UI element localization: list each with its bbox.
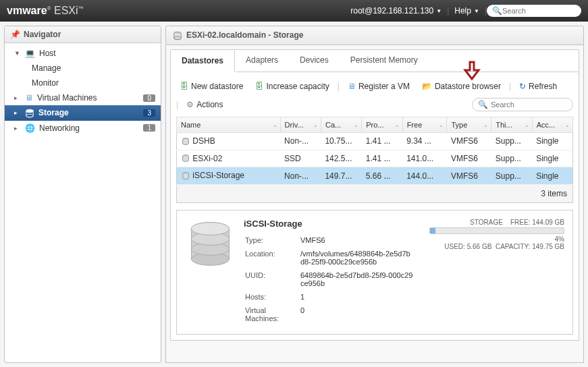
col-type[interactable]: Type⌄	[447, 117, 491, 132]
content-panel: ESXi-02.localdomain - Storage Datastores…	[165, 26, 584, 363]
datastore-add-icon: 🗄	[180, 82, 188, 91]
chevron-down-icon: ▼	[474, 8, 479, 14]
network-icon: 🌐	[25, 123, 35, 133]
datastore-search-input[interactable]	[491, 101, 565, 109]
detail-title: iSCSI-Storage	[244, 219, 421, 229]
col-access[interactable]: Acc...⌄	[532, 117, 572, 132]
register-vm-button[interactable]: 🖥 Register a VM	[344, 80, 414, 92]
tab-datastores[interactable]: Datastores	[171, 51, 235, 72]
refresh-button[interactable]: ↻ Refresh	[515, 80, 561, 92]
col-drive[interactable]: Driv...⌄	[280, 117, 321, 132]
col-provisioned[interactable]: Pro...⌄	[362, 117, 402, 132]
tab-persistent-memory[interactable]: Persistent Memory	[340, 50, 429, 72]
content-header: ESXi-02.localdomain - Storage	[165, 26, 584, 45]
svg-point-12	[191, 223, 229, 235]
vm-count-badge: 0	[143, 94, 155, 102]
datastore-grid: Name⌄ Driv...⌄ Ca...⌄ Pro...⌄ Free⌄ Type…	[176, 117, 573, 185]
chevron-down-icon: ▼	[436, 8, 442, 14]
host-icon: 💻	[25, 49, 35, 58]
table-row[interactable]: ESXi-02SSD142.5...1.41 ...141.0...VMFS6S…	[177, 150, 573, 167]
nav-networking[interactable]: ▸ 🌐 Networking 1	[5, 121, 161, 136]
detail-location-value: /vmfs/volumes/6489864b-2e5d7bd8-25f9-000…	[300, 248, 420, 268]
nav-virtual-machines[interactable]: ▸ 🖥 Virtual Machines 0	[5, 90, 161, 105]
new-datastore-button[interactable]: 🗄 New datastore	[176, 80, 247, 92]
nav-storage[interactable]: ▸ Storage 3	[5, 105, 161, 121]
refresh-icon: ↻	[519, 82, 526, 91]
toolbar: 🗄 New datastore 🗄 Increase capacity | 🖥 …	[176, 78, 573, 98]
storage-icon	[25, 108, 34, 118]
svg-point-1	[26, 114, 34, 117]
table-row[interactable]: DSHBNon-...10.75...1.41 ...9.34 ...VMFS6…	[177, 132, 573, 150]
tab-adapters[interactable]: Adapters	[235, 50, 289, 72]
detail-uuid-label: UUID:	[245, 269, 299, 289]
help-menu[interactable]: Help ▼	[454, 6, 479, 16]
detail-type-label: Type:	[245, 234, 299, 246]
vm-icon: 🖥	[25, 93, 33, 103]
expand-icon[interactable]: ▸	[14, 125, 21, 132]
global-search[interactable]: 🔍	[487, 5, 581, 17]
datastore-large-icon	[185, 219, 236, 326]
search-icon: 🔍	[478, 100, 488, 109]
table-row[interactable]: iSCSI-StorageNon-...149.7...5.66 ...144.…	[177, 167, 573, 185]
storage-count-badge: 3	[143, 109, 155, 117]
tabs: Datastores Adapters Devices Persistent M…	[170, 49, 579, 72]
col-thin[interactable]: Thi...⌄	[491, 117, 532, 132]
datastore-search[interactable]: 🔍	[472, 98, 573, 111]
datastore-increase-icon: 🗄	[255, 82, 263, 91]
global-search-input[interactable]	[502, 7, 570, 15]
tab-devices[interactable]: Devices	[289, 50, 340, 72]
search-icon: 🔍	[492, 6, 502, 16]
detail-hosts-value: 1	[300, 291, 420, 303]
col-capacity[interactable]: Ca...⌄	[321, 117, 361, 132]
svg-point-0	[26, 109, 34, 112]
actions-button[interactable]: ⚙ Actions	[182, 98, 227, 111]
detail-vms-label: Virtual Machines:	[245, 304, 299, 324]
expand-icon[interactable]: ▸	[14, 94, 21, 101]
network-count-badge: 1	[143, 124, 155, 132]
nav-monitor[interactable]: Monitor	[5, 76, 161, 90]
detail-uuid-value: 6489864b-2e5d7bd8-25f9-000c29ce956b	[300, 269, 420, 289]
storage-icon	[173, 30, 182, 40]
detail-vms-value: 0	[300, 304, 420, 324]
vmware-logo: vmware® ESXi™	[7, 5, 84, 17]
detail-type-value: VMFS6	[300, 234, 420, 246]
storage-usage: STORAGE FREE: 144.09 GB 4% USED: 5.66 GB…	[429, 219, 564, 326]
navigator-panel: 📌 Navigator ▼ 💻 Host Manage Monitor ▸ 🖥 …	[4, 26, 161, 363]
vm-register-icon: 🖥	[348, 82, 356, 91]
navigator-header: 📌 Navigator	[5, 26, 161, 43]
storage-bar	[429, 227, 564, 234]
detail-hosts-label: Hosts:	[245, 291, 299, 303]
user-menu[interactable]: root@192.168.121.130 ▼	[350, 6, 442, 16]
nav-manage[interactable]: Manage	[5, 61, 161, 76]
grid-footer: 3 items	[176, 185, 573, 203]
detail-location-label: Location:	[245, 248, 299, 268]
collapse-icon[interactable]: ▼	[14, 50, 21, 57]
col-free[interactable]: Free⌄	[402, 117, 447, 132]
topbar: vmware® ESXi™ root@192.168.121.130 ▼ | H…	[0, 0, 588, 22]
pin-icon[interactable]: 📌	[10, 30, 20, 39]
gear-icon: ⚙	[186, 100, 194, 109]
datastore-detail: iSCSI-Storage Type:VMFS6 Location:/vmfs/…	[176, 210, 573, 335]
browser-icon: 📂	[422, 82, 432, 91]
expand-icon[interactable]: ▸	[14, 109, 21, 116]
datastore-browser-button[interactable]: 📂 Datastore browser	[418, 80, 505, 92]
col-name[interactable]: Name⌄	[177, 117, 281, 132]
nav-host[interactable]: ▼ 💻 Host	[5, 46, 161, 61]
increase-capacity-button[interactable]: 🗄 Increase capacity	[251, 80, 333, 92]
